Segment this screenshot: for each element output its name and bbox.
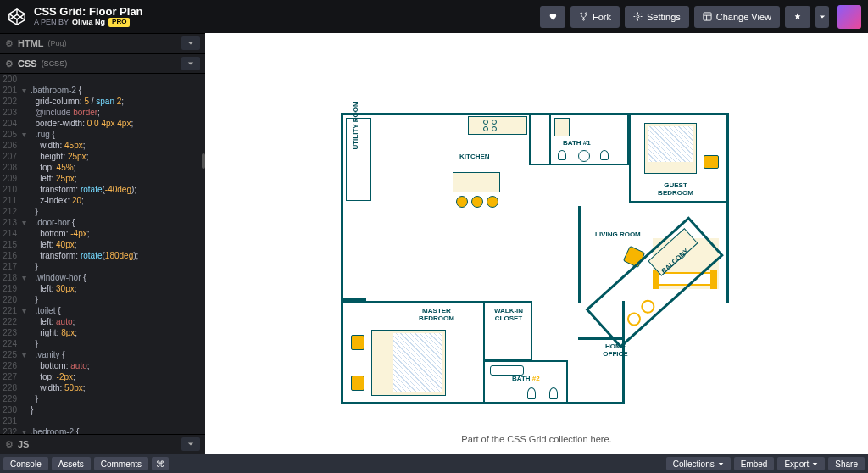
fork-label: Fork [593,12,611,22]
header-right: Fork Settings Change View [540,5,861,29]
toilet-icon [549,387,558,399]
code-line[interactable]: 216 transform: rotate(180deg); [0,250,205,261]
code-line[interactable]: 214 bottom: -4px; [0,228,205,239]
gear-icon[interactable]: ⚙ [5,439,14,450]
utility-label: UTILITY ROOM [353,96,360,155]
shortcuts-button[interactable]: ⌘ [152,457,169,470]
code-line[interactable]: 220 } [0,294,205,305]
collections-button[interactable]: Collections [666,457,731,470]
code-line[interactable]: 223 right: 8px; [0,327,205,338]
js-lang-label: JS [18,439,29,449]
code-line[interactable]: 219 left: 30px; [0,283,205,294]
code-line[interactable]: 231 [0,415,205,426]
pen-subtitle: A PEN BY Olivia Ng PRO [34,18,143,27]
gear-icon[interactable]: ⚙ [5,38,14,49]
stool-icon [456,196,468,208]
fork-button[interactable]: Fork [570,6,620,28]
pro-badge: PRO [108,18,130,27]
code-line[interactable]: 228 width: 50px; [0,382,205,393]
svg-point-4 [585,13,587,14]
code-line[interactable]: 227 top: -2px; [0,371,205,382]
nightstand [704,155,719,169]
burner-icon [483,120,488,125]
code-line[interactable]: 204 border-width: 0 0 4px 4px; [0,118,205,129]
chevron-down-icon[interactable] [181,437,200,451]
code-line[interactable]: 222 left: auto; [0,316,205,327]
stool-icon [471,196,483,208]
console-button[interactable]: Console [3,457,48,470]
pin-button[interactable] [785,6,810,28]
code-line[interactable]: 226 bottom: auto; [0,360,205,371]
code-line[interactable]: 218▾ .window-hor { [0,272,205,283]
user-avatar[interactable] [837,5,861,29]
code-line[interactable]: 217 } [0,261,205,272]
embed-button[interactable]: Embed [734,457,775,470]
closet-label: WALK-IN CLOSET [492,308,526,323]
code-line[interactable]: 213▾ .door-hor { [0,217,205,228]
stool-icon [487,196,498,208]
toilet-icon [527,387,536,399]
svg-rect-7 [704,13,711,20]
change-view-button[interactable]: Change View [694,6,780,28]
nightstand [351,335,364,350]
code-editor[interactable]: 200201▾.bathroom-2 {202 grid-column: 5 /… [0,74,205,434]
svg-point-3 [581,13,582,14]
js-panel-header[interactable]: ⚙ JS [0,434,205,454]
kitchen-counter [468,116,527,135]
preview-caption: Part of the CSS Grid collection here. [205,427,868,454]
code-line[interactable]: 215 left: 40px; [0,239,205,250]
codepen-logo-icon[interactable] [7,7,27,27]
nightstand [351,376,364,391]
comments-button[interactable]: Comments [94,457,148,470]
toilet-icon [558,150,566,160]
settings-button[interactable]: Settings [625,6,689,28]
chevron-down-icon[interactable] [181,36,200,50]
code-line[interactable]: 221▾ .toilet { [0,305,205,316]
code-line[interactable]: 206 width: 45px; [0,140,205,151]
code-line[interactable]: 229 } [0,393,205,404]
pen-title: CSS Grid: Floor Plan [34,6,143,18]
chevron-down-icon[interactable] [181,57,200,70]
code-line[interactable]: 224 } [0,338,205,349]
toilet-icon [600,150,609,160]
svg-point-5 [583,19,585,20]
code-line[interactable]: 201▾.bathroom-2 { [0,85,205,96]
code-line[interactable]: 202 grid-column: 5 / span 2; [0,96,205,107]
share-button[interactable]: Share [828,457,865,470]
footer-left: Console Assets Comments ⌘ [3,457,169,470]
wall [341,206,366,301]
code-line[interactable]: 209 left: 25px; [0,173,205,184]
export-button[interactable]: Export [777,457,825,470]
code-line[interactable]: 203 @include border; [0,107,205,118]
kitchen-island [453,172,500,192]
css-panel-header[interactable]: ⚙ CSS (SCSS) [0,53,205,74]
html-sub-label: (Pug) [48,39,67,47]
burner-icon [492,126,497,131]
editor-column: ⚙ HTML (Pug) ⚙ CSS (SCSS) 200201▾.bathro… [0,33,205,454]
burner-icon [483,126,488,131]
menu-caret-button[interactable] [815,6,829,28]
code-line[interactable]: 211 z-index: 20; [0,195,205,206]
assets-button[interactable]: Assets [52,457,91,470]
code-line[interactable]: 230} [0,404,205,415]
gear-icon[interactable]: ⚙ [5,58,14,70]
bathtub [490,365,524,376]
preview-canvas: UTILITY ROOM KITCHEN BATH #1 [205,33,868,427]
footer-right: Collections Embed Export Share [666,457,865,470]
code-line[interactable]: 232▾.bedroom-2 { [0,426,205,434]
pen-author[interactable]: Olivia Ng [72,19,105,27]
bath1-label: BATH #1 [563,140,591,147]
bath2-label: BATH #2 [512,376,540,383]
html-panel-header[interactable]: ⚙ HTML (Pug) [0,33,205,53]
code-line[interactable]: 205▾ .rug { [0,129,205,140]
code-line[interactable]: 200 [0,74,205,85]
code-line[interactable]: 225▾ .vanity { [0,349,205,360]
code-line[interactable]: 207 height: 25px; [0,151,205,162]
code-line[interactable]: 210 transform: rotate(-40deg); [0,184,205,195]
code-line[interactable]: 212 } [0,206,205,217]
heart-button[interactable] [540,6,565,28]
css-sub-label: (SCSS) [42,59,68,68]
chair-icon [638,297,658,316]
bed [371,330,446,396]
code-line[interactable]: 208 top: 45%; [0,162,205,173]
